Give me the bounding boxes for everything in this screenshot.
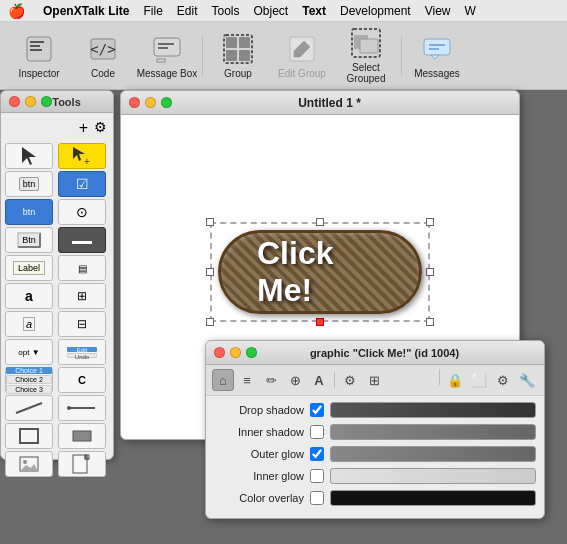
apple-menu[interactable]: 🍎 bbox=[8, 3, 25, 19]
inspector-close-dot[interactable] bbox=[214, 347, 225, 358]
group-button[interactable]: Group bbox=[207, 27, 269, 85]
menu-text[interactable]: Text bbox=[302, 4, 326, 18]
handle-top-right[interactable] bbox=[426, 218, 434, 226]
handle-bot-mid[interactable] bbox=[316, 318, 324, 326]
svg-rect-12 bbox=[226, 50, 237, 61]
handle-bot-right[interactable] bbox=[426, 318, 434, 326]
tool-checkbox[interactable]: ☑ bbox=[58, 171, 106, 197]
tool-btn-blue[interactable]: btn bbox=[5, 199, 53, 225]
tool-scrollbar[interactable]: ▬▬ bbox=[58, 227, 106, 253]
svg-rect-19 bbox=[424, 39, 450, 55]
svg-rect-2 bbox=[30, 45, 40, 47]
app-name[interactable]: OpenXTalk Lite bbox=[43, 4, 129, 18]
handle-bot-left[interactable] bbox=[206, 318, 214, 326]
insp-gear-icon[interactable]: ⚙ bbox=[339, 369, 361, 391]
insp-text-icon[interactable]: A bbox=[308, 369, 330, 391]
inner-glow-checkbox[interactable] bbox=[310, 469, 324, 483]
tool-radio[interactable]: ⊙ bbox=[58, 199, 106, 225]
svg-rect-27 bbox=[20, 429, 38, 443]
tool-grid2[interactable]: ⊟ bbox=[58, 311, 106, 337]
menu-tools[interactable]: Tools bbox=[212, 4, 240, 18]
svg-text:</>: </> bbox=[90, 41, 115, 57]
drop-shadow-checkbox[interactable] bbox=[310, 403, 324, 417]
tool-text-a[interactable]: a bbox=[5, 283, 53, 309]
tools-topbar: + ⚙ bbox=[5, 117, 109, 139]
tool-image[interactable] bbox=[5, 451, 53, 477]
insp-settings-icon[interactable]: ⚙ bbox=[492, 369, 514, 391]
tool-arrow[interactable] bbox=[5, 143, 53, 169]
tool-button[interactable]: btn bbox=[5, 171, 53, 197]
insp-wrench-icon[interactable]: 🔧 bbox=[516, 369, 538, 391]
svg-rect-11 bbox=[239, 37, 250, 48]
insp-lock-icon[interactable]: 🔒 bbox=[444, 369, 466, 391]
svg-text:+: + bbox=[84, 156, 90, 167]
canvas-close-dot[interactable] bbox=[129, 97, 140, 108]
handle-mid-right[interactable] bbox=[426, 268, 434, 276]
insp-home-icon[interactable]: ⌂ bbox=[212, 369, 234, 391]
svg-rect-10 bbox=[226, 37, 237, 48]
insp-box-icon[interactable]: ⬜ bbox=[468, 369, 490, 391]
handle-top-mid[interactable] bbox=[316, 218, 324, 226]
tool-grid[interactable]: ⊞ bbox=[58, 283, 106, 309]
tool-square[interactable] bbox=[5, 423, 53, 449]
edit-group-button[interactable]: Edit Group bbox=[271, 27, 333, 85]
tool-stack[interactable]: Edit Undo bbox=[58, 339, 106, 365]
menu-development[interactable]: Development bbox=[340, 4, 411, 18]
canvas-title: Untitled 1 * bbox=[148, 96, 511, 110]
tool-label[interactable]: Label bbox=[5, 255, 53, 281]
click-me-button[interactable]: Click Me! bbox=[218, 230, 422, 314]
tool-line[interactable] bbox=[5, 395, 53, 421]
svg-line-24 bbox=[16, 403, 42, 413]
drop-shadow-bar[interactable] bbox=[330, 402, 536, 418]
tools-title: Tools bbox=[28, 96, 105, 108]
tool-option[interactable]: opt ▼ bbox=[5, 339, 53, 365]
insp-grid-icon[interactable]: ⊞ bbox=[363, 369, 385, 391]
tool-btn-raised[interactable]: Btn bbox=[5, 227, 53, 253]
tools-settings-icon[interactable]: ⚙ bbox=[94, 119, 107, 137]
tool-field[interactable]: ▤ bbox=[58, 255, 106, 281]
tool-combo[interactable]: Choice 1 Choice 2 Choice 3 bbox=[5, 367, 53, 393]
select-grouped-button[interactable]: Select Grouped bbox=[335, 27, 397, 85]
tool-pdf[interactable] bbox=[58, 451, 106, 477]
tool-field-a[interactable]: a bbox=[5, 311, 53, 337]
effect-row-color-overlay: Color overlay bbox=[214, 490, 536, 506]
insp-list-icon[interactable]: ≡ bbox=[236, 369, 258, 391]
svg-rect-1 bbox=[30, 41, 44, 43]
effect-row-inner-glow: Inner glow bbox=[214, 468, 536, 484]
tool-line2[interactable] bbox=[58, 395, 106, 421]
tool-rect-fill[interactable] bbox=[58, 423, 106, 449]
menu-edit[interactable]: Edit bbox=[177, 4, 198, 18]
color-overlay-bar[interactable] bbox=[330, 490, 536, 506]
inner-shadow-checkbox[interactable] bbox=[310, 425, 324, 439]
messages-button[interactable]: Messages bbox=[406, 27, 468, 85]
canvas-titlebar: Untitled 1 * bbox=[121, 91, 519, 115]
toolbar-separator-1 bbox=[202, 36, 203, 76]
effect-row-outer-glow: Outer glow bbox=[214, 446, 536, 462]
inner-glow-bar[interactable] bbox=[330, 468, 536, 484]
tools-add-icon[interactable]: + bbox=[79, 119, 88, 137]
menu-view[interactable]: View bbox=[425, 4, 451, 18]
inner-shadow-bar[interactable] bbox=[330, 424, 536, 440]
inner-glow-label: Inner glow bbox=[214, 470, 304, 482]
message-box-label: Message Box bbox=[137, 68, 198, 79]
toolbar: Inspector </> Code Message Box bbox=[0, 22, 567, 90]
inspector-button[interactable]: Inspector bbox=[8, 27, 70, 85]
message-box-button[interactable]: Message Box bbox=[136, 27, 198, 85]
outer-glow-bar[interactable] bbox=[330, 446, 536, 462]
close-dot[interactable] bbox=[9, 96, 20, 107]
messages-icon bbox=[421, 33, 453, 65]
tool-c[interactable]: C bbox=[58, 367, 106, 393]
outer-glow-checkbox[interactable] bbox=[310, 447, 324, 461]
handle-mid-left[interactable] bbox=[206, 268, 214, 276]
insp-pen-icon[interactable]: ✏ bbox=[260, 369, 282, 391]
menu-file[interactable]: File bbox=[143, 4, 162, 18]
menu-w[interactable]: W bbox=[465, 4, 476, 18]
inspector-body: Drop shadow Inner shadow Outer glow Inne… bbox=[206, 396, 544, 518]
tool-arrow-plus[interactable]: + bbox=[58, 143, 106, 169]
color-overlay-checkbox[interactable] bbox=[310, 491, 324, 505]
handle-top-left[interactable] bbox=[206, 218, 214, 226]
code-button[interactable]: </> Code bbox=[72, 27, 134, 85]
menu-object[interactable]: Object bbox=[254, 4, 289, 18]
message-box-icon bbox=[151, 33, 183, 65]
insp-cross-icon[interactable]: ⊕ bbox=[284, 369, 306, 391]
